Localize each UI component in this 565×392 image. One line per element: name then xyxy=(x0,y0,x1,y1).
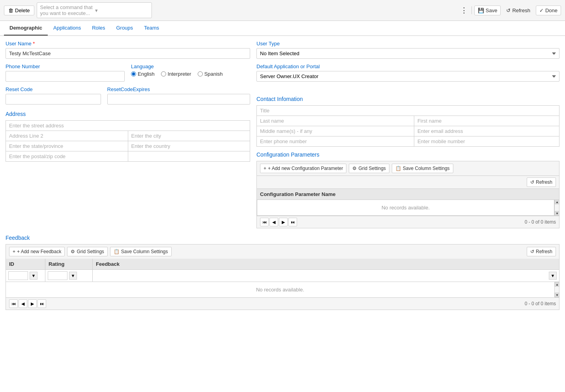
feedback-save-column-button[interactable]: 📋 Save Column Settings xyxy=(110,247,172,256)
reset-code-group: Reset Code xyxy=(6,86,101,105)
address-row-line2-city: Address Line 2 Enter the city xyxy=(6,131,250,141)
feedback-feedback-filter-btn[interactable]: ▼ xyxy=(549,272,557,280)
last-page-btn[interactable]: ⏭ xyxy=(288,218,297,226)
radio-spanish[interactable] xyxy=(198,71,203,77)
feedback-section: Feedback + + Add new Feedback ⚙ Grid Set… xyxy=(6,235,559,310)
feedback-grid-settings-button[interactable]: ⚙ Grid Settings xyxy=(67,247,107,256)
reset-code-expires-input[interactable] xyxy=(107,94,250,105)
feedback-plus-icon: + xyxy=(13,249,15,254)
feedback-first-page-btn[interactable]: ⏮ xyxy=(9,299,18,308)
state-input[interactable]: Enter the state/province xyxy=(6,141,128,151)
reset-code-expires-group: ResetCodeExpires xyxy=(107,86,250,105)
refresh-label: Refresh xyxy=(512,7,530,13)
address-section: Address Enter the street address Address… xyxy=(6,111,250,162)
prev-page-btn[interactable]: ◀ xyxy=(269,218,278,226)
tab-teams[interactable]: Teams xyxy=(138,21,165,35)
feedback-scroll-up[interactable]: ▲ xyxy=(555,282,559,287)
feedback-refresh-icon: ↺ xyxy=(530,249,534,254)
feedback-save-column-label: Save Column Settings xyxy=(121,249,168,254)
tab-demographic[interactable]: Demographic xyxy=(4,21,48,35)
first-page-btn[interactable]: ⏮ xyxy=(260,218,269,226)
config-footer: ⏮ ◀ ▶ ⏭ 0 - 0 of 0 items xyxy=(256,216,559,228)
feedback-id-filter[interactable] xyxy=(8,271,28,280)
username-input[interactable] xyxy=(6,48,250,59)
phone-language-row: Phone Number Language English Interprete… xyxy=(6,63,250,82)
feedback-rating-filter[interactable] xyxy=(48,271,67,280)
address-table: Enter the street address Address Line 2 … xyxy=(6,120,250,162)
reset-code-label: Reset Code xyxy=(6,86,101,92)
more-options-button[interactable]: ⋮ xyxy=(459,4,469,16)
mobile-input[interactable]: Enter mobile number xyxy=(414,136,559,147)
postal-input[interactable]: Enter the postal/zip code xyxy=(6,151,128,162)
next-page-btn[interactable]: ▶ xyxy=(279,218,288,226)
city-input[interactable]: Enter the city xyxy=(128,131,250,141)
language-label: Language xyxy=(131,63,250,69)
toolbar: 🗑 Delete Select a command that you want … xyxy=(0,0,565,21)
config-page-info: 0 - 0 of 0 items xyxy=(525,219,556,225)
default-app-label: Default Application or Portal xyxy=(256,63,559,69)
reset-code-input[interactable] xyxy=(6,94,101,105)
done-button[interactable]: ✓ Done xyxy=(536,6,561,15)
last-name-input[interactable]: Last name xyxy=(257,116,414,126)
feedback-scroll-down[interactable]: ▼ xyxy=(555,293,559,297)
line2-input[interactable]: Address Line 2 xyxy=(6,131,128,141)
delete-button[interactable]: 🗑 Delete xyxy=(4,6,34,15)
title-input[interactable]: Title xyxy=(257,106,559,116)
right-column: User Type No Item Selected Default Appli… xyxy=(256,41,559,228)
command-select[interactable]: Select a command that you want to execut… xyxy=(37,2,152,18)
scroll-down[interactable]: ▼ xyxy=(555,211,559,216)
street-input[interactable]: Enter the street address xyxy=(6,121,250,131)
interpreter-label: Interpreter xyxy=(168,71,191,77)
language-interpreter[interactable]: Interpreter xyxy=(161,71,191,77)
phone-input[interactable] xyxy=(6,71,125,82)
config-scrollbar[interactable]: ▲ ▼ xyxy=(554,200,559,216)
phone-contact-input[interactable]: Enter phone number xyxy=(257,136,414,147)
postal-empty xyxy=(128,151,250,162)
save-button[interactable]: 💾 Save xyxy=(474,6,501,15)
config-refresh-label: Refresh xyxy=(536,179,552,185)
feedback-id-filter-btn[interactable]: ▼ xyxy=(30,272,37,280)
feedback-last-page-btn[interactable]: ⏭ xyxy=(37,299,46,308)
feedback-refresh-button[interactable]: ↺ Refresh xyxy=(527,247,556,256)
done-label: Done xyxy=(545,7,558,13)
add-feedback-button[interactable]: + + Add new Feedback xyxy=(9,247,65,256)
config-save-column-button[interactable]: 📋 Save Column Settings xyxy=(392,164,453,173)
middle-name-input[interactable]: Middle name(s) - if any xyxy=(257,126,414,136)
save-icon: 💾 xyxy=(478,7,484,13)
radio-english[interactable] xyxy=(131,71,136,77)
reset-code-expires-label: ResetCodeExpires xyxy=(107,86,250,92)
add-config-button[interactable]: + + Add new Configuration Parameter xyxy=(260,164,346,173)
feedback-next-page-btn[interactable]: ▶ xyxy=(28,299,37,308)
feedback-pagination: ⏮ ◀ ▶ ⏭ xyxy=(9,299,46,308)
refresh-button[interactable]: ↺ Refresh xyxy=(503,6,533,15)
user-type-select[interactable]: No Item Selected xyxy=(256,48,559,59)
radio-interpreter[interactable] xyxy=(161,71,166,77)
default-app-group: Default Application or Portal Server Own… xyxy=(256,63,559,82)
save-column-icon: 📋 xyxy=(395,166,401,171)
feedback-prev-page-btn[interactable]: ◀ xyxy=(19,299,27,308)
config-grid-settings-button[interactable]: ⚙ Grid Settings xyxy=(349,164,389,173)
tab-applications[interactable]: Applications xyxy=(48,21,86,35)
trash-icon: 🗑 xyxy=(8,7,13,13)
feedback-page-info: 0 - 0 of 0 items xyxy=(525,301,556,306)
config-refresh-button[interactable]: ↺ Refresh xyxy=(527,177,556,187)
scroll-up[interactable]: ▲ xyxy=(555,200,559,204)
feedback-rating-filter-btn[interactable]: ▼ xyxy=(69,272,77,280)
email-input[interactable]: Enter email address xyxy=(414,126,559,136)
feedback-toolbar: + + Add new Feedback ⚙ Grid Settings 📋 S… xyxy=(6,244,559,259)
language-english[interactable]: English xyxy=(131,71,155,77)
plus-icon: + xyxy=(264,166,266,171)
tab-roles[interactable]: Roles xyxy=(86,21,110,35)
english-label: English xyxy=(138,71,155,77)
gear-icon: ⚙ xyxy=(352,166,357,171)
tab-groups[interactable]: Groups xyxy=(110,21,138,35)
feedback-scrollbar[interactable]: ▲ ▼ xyxy=(554,282,559,297)
language-spanish[interactable]: Spanish xyxy=(198,71,223,77)
default-app-select[interactable]: Server Owner.UX Creator xyxy=(256,71,559,82)
country-input[interactable]: Enter the country xyxy=(128,141,250,151)
feedback-filter-row: ▼ ▼ ▼ xyxy=(6,270,559,282)
delete-label: Delete xyxy=(15,7,30,13)
command-placeholder: Select a command that you want to execut… xyxy=(40,4,94,16)
contact-label: Contact Infomation xyxy=(256,96,559,102)
first-name-input[interactable]: First name xyxy=(414,116,559,126)
